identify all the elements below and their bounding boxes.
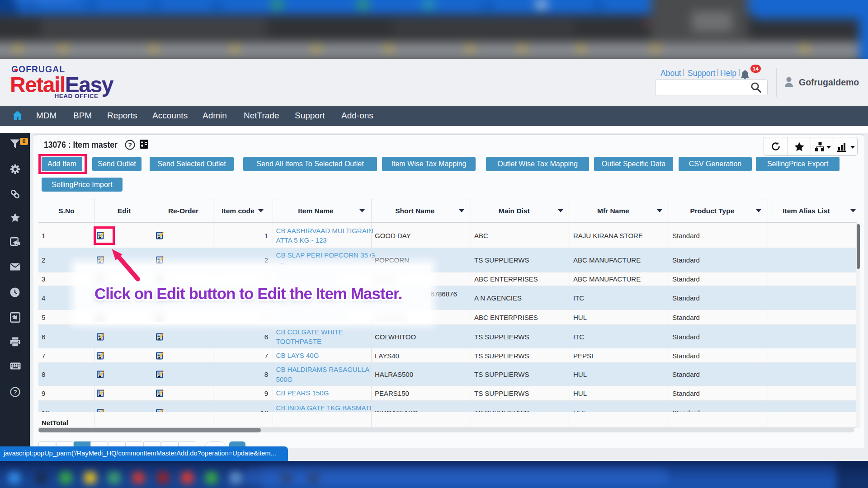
svg-text:?: ? <box>128 141 132 149</box>
svg-text:?: ? <box>13 389 17 396</box>
